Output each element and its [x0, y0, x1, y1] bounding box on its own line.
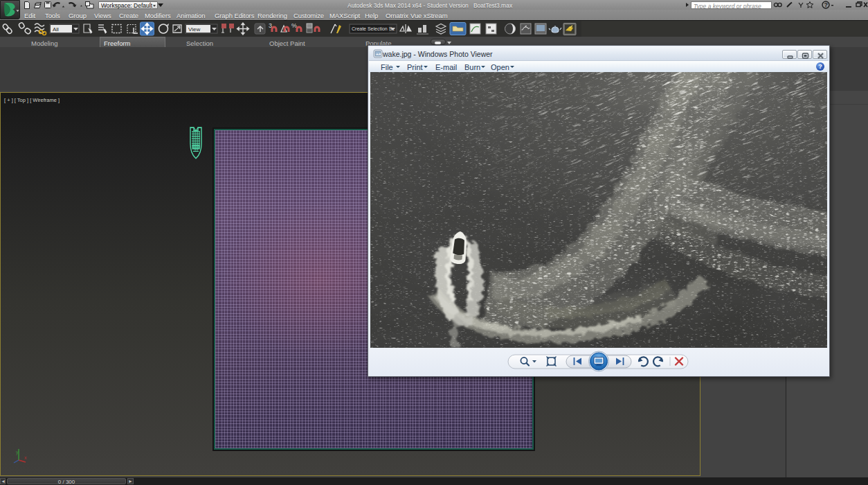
svg-text:View: View [188, 26, 200, 33]
svg-text:y: y [16, 450, 19, 455]
svg-text:Create Selection Se: Create Selection Se [352, 26, 395, 31]
svg-text:?: ? [824, 1, 828, 8]
svg-text:x: x [24, 455, 27, 460]
svg-text:All: All [53, 26, 59, 33]
